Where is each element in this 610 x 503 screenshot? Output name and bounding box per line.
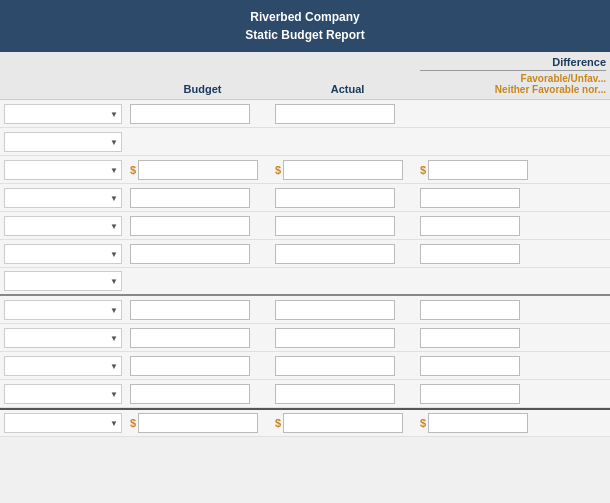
row-label-cell	[0, 384, 130, 404]
row-label-cell	[0, 244, 130, 264]
difference-dollar-sign: $	[420, 417, 426, 429]
budget-cell	[130, 188, 275, 208]
page-container: Riverbed Company Static Budget Report Bu…	[0, 0, 610, 437]
budget-cell	[130, 104, 275, 124]
actual-cell	[275, 328, 420, 348]
table-row-total: $ $ $	[0, 408, 610, 437]
budget-cell	[130, 244, 275, 264]
actual-input[interactable]	[275, 244, 395, 264]
budget-input[interactable]	[130, 384, 250, 404]
difference-input[interactable]	[428, 160, 528, 180]
row-dropdown[interactable]	[4, 271, 122, 291]
row-dropdown[interactable]	[4, 188, 122, 208]
actual-input[interactable]	[283, 413, 403, 433]
row-label-cell	[0, 271, 130, 291]
actual-input[interactable]	[275, 300, 395, 320]
row-dropdown[interactable]	[4, 244, 122, 264]
row-dropdown[interactable]	[4, 216, 122, 236]
budget-dollar-sign: $	[130, 164, 136, 176]
difference-column-header: Difference Favorable/Unfav... Neither Fa…	[420, 56, 610, 95]
difference-cell	[420, 300, 610, 320]
budget-cell	[130, 356, 275, 376]
row-label-cell	[0, 356, 130, 376]
page-header: Riverbed Company Static Budget Report	[0, 0, 610, 52]
row-dropdown-wrapper[interactable]	[4, 188, 122, 208]
row-dropdown[interactable]	[4, 160, 122, 180]
table-row: $ $ $	[0, 156, 610, 184]
difference-cell: $	[420, 160, 610, 180]
table-row	[0, 100, 610, 128]
budget-cell	[130, 216, 275, 236]
row-dropdown-wrapper[interactable]	[4, 328, 122, 348]
row-dropdown[interactable]	[4, 356, 122, 376]
budget-column-header: Budget	[130, 83, 275, 95]
row-dropdown-wrapper[interactable]	[4, 160, 122, 180]
difference-dollar-sign: $	[420, 164, 426, 176]
actual-input[interactable]	[275, 216, 395, 236]
budget-input[interactable]	[130, 216, 250, 236]
actual-cell: $	[275, 413, 420, 433]
actual-cell: $	[275, 160, 420, 180]
row-dropdown[interactable]	[4, 328, 122, 348]
table-row	[0, 240, 610, 268]
difference-input[interactable]	[420, 384, 520, 404]
budget-input[interactable]	[130, 356, 250, 376]
row-dropdown[interactable]	[4, 413, 122, 433]
difference-input[interactable]	[420, 244, 520, 264]
actual-input[interactable]	[275, 328, 395, 348]
budget-input[interactable]	[138, 413, 258, 433]
budget-input[interactable]	[130, 104, 250, 124]
actual-input[interactable]	[275, 188, 395, 208]
difference-cell	[420, 244, 610, 264]
row-dropdown[interactable]	[4, 300, 122, 320]
difference-input[interactable]	[420, 328, 520, 348]
row-label-cell	[0, 216, 130, 236]
budget-cell: $	[130, 160, 275, 180]
table-row	[0, 352, 610, 380]
row-dropdown-wrapper[interactable]	[4, 132, 122, 152]
row-label-cell	[0, 132, 130, 152]
actual-cell	[275, 356, 420, 376]
difference-input[interactable]	[420, 356, 520, 376]
row-label-cell	[0, 328, 130, 348]
difference-sub: Favorable/Unfav... Neither Favorable nor…	[420, 73, 606, 95]
budget-input[interactable]	[130, 328, 250, 348]
budget-input[interactable]	[130, 188, 250, 208]
difference-input[interactable]	[420, 216, 520, 236]
budget-cell	[130, 300, 275, 320]
actual-input[interactable]	[275, 384, 395, 404]
report-content: $ $ $	[0, 100, 610, 437]
difference-cell: $	[420, 413, 610, 433]
difference-input[interactable]	[428, 413, 528, 433]
row-dropdown-wrapper[interactable]	[4, 216, 122, 236]
table-row	[0, 268, 610, 296]
row-dropdown-wrapper[interactable]	[4, 300, 122, 320]
row-label-cell	[0, 413, 130, 433]
row-dropdown-wrapper[interactable]	[4, 244, 122, 264]
row-dropdown[interactable]	[4, 104, 122, 124]
difference-input[interactable]	[420, 188, 520, 208]
budget-input[interactable]	[130, 300, 250, 320]
row-label-cell	[0, 188, 130, 208]
actual-cell	[275, 216, 420, 236]
row-dropdown-wrapper[interactable]	[4, 384, 122, 404]
difference-title: Difference	[420, 56, 606, 71]
table-row	[0, 128, 610, 156]
actual-input[interactable]	[283, 160, 403, 180]
row-label-cell	[0, 104, 130, 124]
difference-input[interactable]	[420, 300, 520, 320]
actual-cell	[275, 300, 420, 320]
actual-input[interactable]	[275, 104, 395, 124]
row-dropdown[interactable]	[4, 384, 122, 404]
row-dropdown-wrapper[interactable]	[4, 356, 122, 376]
row-dropdown-wrapper[interactable]	[4, 104, 122, 124]
budget-input[interactable]	[130, 244, 250, 264]
row-dropdown[interactable]	[4, 132, 122, 152]
row-label-cell	[0, 300, 130, 320]
budget-input[interactable]	[138, 160, 258, 180]
table-row	[0, 212, 610, 240]
row-dropdown-wrapper[interactable]	[4, 271, 122, 291]
row-dropdown-wrapper[interactable]	[4, 413, 122, 433]
actual-input[interactable]	[275, 356, 395, 376]
actual-dollar-sign: $	[275, 164, 281, 176]
